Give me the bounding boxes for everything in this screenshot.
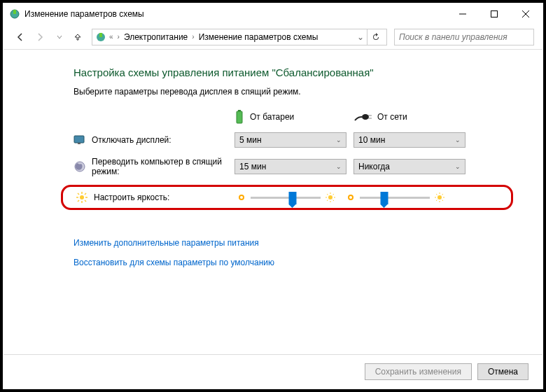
columns-header: От батареи От сети <box>234 109 500 125</box>
svg-rect-14 <box>78 143 80 144</box>
refresh-button[interactable] <box>367 29 384 46</box>
brightness-slider-battery <box>237 192 336 203</box>
svg-line-34 <box>333 194 335 195</box>
svg-rect-7 <box>99 33 102 37</box>
row-label: Отключать дисплей: <box>92 135 234 145</box>
breadcrumb-item[interactable]: Электропитание <box>124 32 188 42</box>
back-button[interactable] <box>12 29 29 46</box>
select-display-plugged[interactable]: 10 мин⌄ <box>354 132 465 148</box>
row-sleep: Переводить компьютер в спящий режим: 15 … <box>74 157 500 176</box>
svg-point-16 <box>80 195 84 200</box>
breadcrumb-item[interactable]: Изменение параметров схемы <box>199 32 318 42</box>
svg-rect-9 <box>238 110 241 111</box>
power-icon <box>95 31 106 43</box>
svg-line-44 <box>442 194 444 195</box>
row-display-off: Отключать дисплей: 5 мин⌄ 10 мин⌄ <box>74 132 500 148</box>
chevron-down-icon: ⌄ <box>455 136 461 144</box>
titlebar: Изменение параметров схемы <box>4 4 542 24</box>
brightness-slider-plugged <box>346 192 445 203</box>
forward-button[interactable] <box>31 29 48 46</box>
svg-line-43 <box>436 200 438 202</box>
link-advanced[interactable]: Изменить дополнительные параметры питани… <box>74 238 500 248</box>
sun-big-icon <box>434 192 445 203</box>
battery-icon <box>234 109 244 125</box>
minimize-button[interactable] <box>447 4 478 24</box>
svg-rect-3 <box>491 11 497 18</box>
svg-line-42 <box>442 200 444 202</box>
slider-track[interactable] <box>360 197 430 199</box>
svg-line-24 <box>85 193 86 195</box>
content-area: Настройка схемы управления питанием "Сба… <box>4 50 542 354</box>
chevron-down-icon: ⌄ <box>336 136 342 144</box>
footer: Сохранить изменения Отмена <box>4 354 542 388</box>
window-controls <box>447 4 541 24</box>
sun-big-icon <box>325 192 336 203</box>
svg-point-35 <box>349 195 353 200</box>
brightness-highlight: Настроить яркость: <box>61 185 513 210</box>
svg-line-21 <box>78 193 79 195</box>
breadcrumb-dropdown[interactable]: ⌄ <box>354 32 367 42</box>
row-label: Переводить компьютер в спящий режим: <box>92 157 234 176</box>
chevron-down-icon: ⌄ <box>336 163 342 170</box>
svg-point-25 <box>239 195 244 200</box>
svg-line-33 <box>327 200 328 202</box>
column-battery-label: От батареи <box>250 112 294 122</box>
navigation-bar: « › Электропитание › Изменение параметро… <box>4 24 542 50</box>
svg-point-36 <box>438 195 442 200</box>
svg-line-23 <box>78 200 79 202</box>
row-label: Настроить яркость: <box>94 192 237 202</box>
chevron-icon: › <box>118 33 120 41</box>
svg-rect-8 <box>237 111 242 123</box>
page-subheading: Выберите параметры перевода дисплея в сп… <box>74 87 500 97</box>
svg-line-31 <box>327 194 328 195</box>
svg-line-22 <box>85 200 86 202</box>
chevron-icon: › <box>192 33 194 41</box>
breadcrumb-chevron-icon: « <box>109 33 113 41</box>
display-icon <box>74 134 86 146</box>
cancel-button[interactable]: Отмена <box>477 363 528 380</box>
brightness-icon <box>76 191 88 204</box>
sun-small-icon <box>346 192 356 202</box>
sun-small-icon <box>237 192 246 202</box>
svg-rect-1 <box>13 10 16 14</box>
window: Изменение параметров схемы « › Электропи… <box>3 3 543 389</box>
link-restore[interactable]: Восстановить для схемы параметры по умол… <box>74 258 500 267</box>
up-button[interactable] <box>71 29 85 46</box>
breadcrumb[interactable]: « › Электропитание › Изменение параметро… <box>92 29 387 46</box>
maximize-button[interactable] <box>478 4 510 24</box>
svg-point-10 <box>362 114 369 120</box>
page-heading: Настройка схемы управления питанием "Сба… <box>74 66 500 78</box>
history-dropdown[interactable] <box>51 29 68 46</box>
close-button[interactable] <box>510 4 541 24</box>
svg-line-32 <box>333 200 335 202</box>
sleep-icon <box>74 160 86 173</box>
save-button: Сохранить изменения <box>365 363 472 380</box>
slider-thumb[interactable] <box>381 192 388 204</box>
column-battery: От батареи <box>234 109 354 125</box>
select-display-battery[interactable]: 5 мин⌄ <box>234 132 346 148</box>
select-sleep-plugged[interactable]: Никогда⌄ <box>354 159 465 174</box>
slider-thumb[interactable] <box>289 192 297 204</box>
column-plugged: От сети <box>354 109 472 125</box>
svg-line-41 <box>436 194 438 195</box>
search-input[interactable] <box>399 32 529 42</box>
select-sleep-battery[interactable]: 15 мин⌄ <box>234 159 346 174</box>
links-section: Изменить дополнительные параметры питани… <box>74 238 500 267</box>
search-box[interactable] <box>394 29 534 46</box>
svg-rect-13 <box>74 136 84 143</box>
slider-track[interactable] <box>251 197 321 199</box>
window-title: Изменение параметров схемы <box>24 9 447 19</box>
column-plugged-label: От сети <box>377 112 407 122</box>
chevron-down-icon: ⌄ <box>455 163 461 170</box>
power-options-icon <box>9 8 20 20</box>
svg-point-26 <box>328 195 332 200</box>
plug-icon <box>354 112 372 122</box>
